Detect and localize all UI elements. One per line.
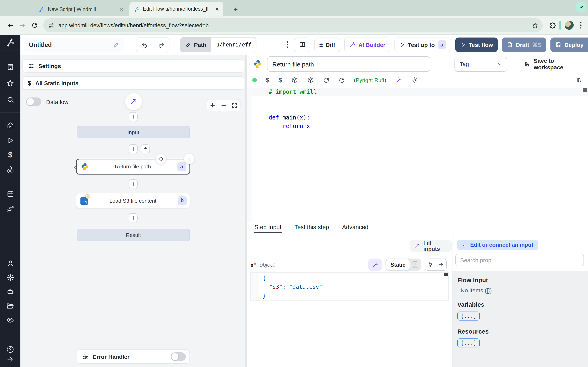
tab-close-icon[interactable]: ✕: [215, 6, 219, 12]
add-variable-button[interactable]: $: [266, 76, 269, 84]
zoom-in-button[interactable]: [207, 100, 218, 111]
reload-button[interactable]: [29, 19, 41, 31]
sidebar-item-routes[interactable]: [6, 204, 15, 213]
reset-button[interactable]: [338, 77, 345, 83]
flow-input-node[interactable]: Input: [77, 126, 190, 138]
add-resource-button[interactable]: $: [278, 76, 282, 84]
editor-settings-button[interactable]: [411, 77, 418, 83]
settings-row[interactable]: Settings: [22, 59, 244, 73]
step-node-a[interactable]: Return file path a: [76, 159, 190, 175]
docs-button[interactable]: [294, 37, 310, 52]
move-step-handle[interactable]: [155, 153, 166, 164]
sidebar-item-folders[interactable]: [6, 301, 15, 310]
new-tab-button[interactable]: ＋: [231, 4, 240, 13]
flow-name-input[interactable]: Untitled: [24, 38, 124, 52]
expr-mode-button[interactable]: f: [410, 259, 420, 270]
sidebar-item-workers[interactable]: [6, 287, 15, 296]
step-title-input[interactable]: [267, 56, 430, 72]
sidebar-item-workspace[interactable]: [6, 62, 15, 71]
sidebar-item-users[interactable]: [6, 259, 15, 267]
error-handler-toggle[interactable]: [171, 352, 186, 361]
ai-flow-button[interactable]: [125, 93, 142, 110]
step-node-b[interactable]: TS Load S3 file content b: [76, 193, 190, 208]
add-trigger-button[interactable]: [141, 144, 150, 153]
step-editor-header: Tag Save to workspace: [247, 55, 588, 73]
windmill-logo[interactable]: [5, 38, 15, 47]
test-up-to-button[interactable]: Test up to a: [394, 37, 451, 52]
resources-object-chip[interactable]: {...}: [457, 338, 480, 347]
sidebar-item-audit[interactable]: [6, 316, 15, 325]
redo-button[interactable]: [153, 38, 169, 52]
sidebar-item-runs[interactable]: [6, 136, 15, 145]
delete-step-button[interactable]: [184, 153, 195, 164]
browser-tab-edit-flow[interactable]: Edit Flow u/henri/effortless_fl ✕: [130, 2, 223, 16]
zoom-out-button[interactable]: [218, 100, 229, 111]
arg-json-editor[interactable]: { "s3": "data.csv"}: [250, 272, 449, 300]
add-step-button-3[interactable]: [129, 213, 138, 222]
tag-select[interactable]: Tag: [454, 57, 507, 72]
window-chevron-button[interactable]: [576, 2, 586, 12]
fit-view-button[interactable]: [229, 100, 240, 111]
sidebar-item-favorites[interactable]: [6, 79, 15, 88]
diff-button[interactable]: ± Diff: [314, 37, 340, 52]
more-options-button[interactable]: [287, 42, 288, 48]
url-text[interactable]: app.windmill.dev/flows/edit/u/henri/effo…: [58, 22, 531, 28]
tab-close-icon[interactable]: ✕: [119, 6, 123, 12]
site-settings-icon[interactable]: [48, 22, 54, 28]
add-step-button-top[interactable]: [129, 112, 138, 121]
ai-assist-button[interactable]: [395, 77, 402, 83]
tab-test-this-step[interactable]: Test this step: [294, 221, 330, 233]
fill-inputs-button[interactable]: Fill inputs: [410, 240, 452, 252]
sidebar-item-settings[interactable]: [6, 273, 15, 282]
all-static-inputs-row[interactable]: $ All Static Inputs: [22, 76, 244, 90]
avatar[interactable]: [564, 21, 573, 30]
path-value[interactable]: u/henri/eff: [211, 38, 256, 52]
forward-button[interactable]: [16, 19, 29, 31]
library-button[interactable]: [575, 77, 581, 83]
python-icon: [253, 59, 262, 68]
package-button-2[interactable]: [307, 77, 314, 83]
json-lines[interactable]: { "s3": "data.csv"}: [259, 273, 448, 300]
back-button[interactable]: [4, 19, 16, 31]
url-bar[interactable]: app.windmill.dev/flows/edit/u/henri/effo…: [43, 18, 543, 32]
add-step-button-1[interactable]: [129, 144, 138, 153]
test-flow-button[interactable]: Test flow: [455, 37, 498, 52]
sidebar-item-resources[interactable]: [6, 165, 15, 174]
add-step-button-2[interactable]: [129, 179, 138, 188]
edit-or-connect-button[interactable]: ← Edit or connect an input: [457, 240, 538, 250]
extensions-icon[interactable]: [549, 22, 556, 29]
sidebar-item-help[interactable]: [6, 345, 15, 354]
package-button[interactable]: [291, 77, 298, 83]
browser-tab-new-script[interactable]: New Script | Windmill ✕: [34, 2, 127, 16]
ai-builder-button[interactable]: AI Builder: [344, 37, 390, 52]
sidebar-item-variables[interactable]: $: [6, 150, 15, 159]
connect-arrow-button[interactable]: [436, 262, 446, 267]
browser-menu-button[interactable]: [580, 22, 581, 29]
editor-scrollbar-thumb[interactable]: [583, 88, 587, 92]
plug-button[interactable]: [425, 262, 436, 267]
variables-object-chip[interactable]: {...}: [457, 312, 480, 320]
undo-button[interactable]: [136, 38, 153, 52]
json-scrollbar-thumb[interactable]: [444, 273, 448, 276]
flow-result-node[interactable]: Result: [77, 229, 190, 241]
dataflow-toggle[interactable]: [26, 98, 41, 106]
sidebar-item-search[interactable]: [6, 95, 15, 104]
sidebar-item-home[interactable]: [6, 121, 15, 130]
tab-advanced[interactable]: Advanced: [341, 221, 369, 233]
error-handler-row[interactable]: Error Handler: [77, 350, 190, 364]
static-mode-button[interactable]: Static: [386, 259, 410, 270]
edit-pencil-icon[interactable]: [113, 42, 120, 48]
sidebar-collapse-button[interactable]: [6, 355, 15, 364]
code-editor[interactable]: # import wmill def main(x): return x: [247, 87, 588, 221]
tab-step-input[interactable]: Step Input: [254, 221, 282, 233]
reload-lsp-button[interactable]: [323, 77, 329, 83]
save-to-workspace-button[interactable]: Save to workspace: [524, 58, 582, 71]
code-lines[interactable]: # import wmill def main(x): return x: [251, 87, 588, 221]
deploy-button[interactable]: Deploy: [551, 37, 588, 52]
search-prop-input[interactable]: [455, 254, 584, 266]
path-group[interactable]: Path u/henri/eff: [180, 37, 257, 52]
arg-ai-button[interactable]: [368, 259, 382, 271]
draft-button[interactable]: Draft ⌘S: [502, 37, 546, 52]
bookmark-star-icon[interactable]: [531, 22, 538, 29]
sidebar-item-schedules[interactable]: [6, 189, 15, 198]
